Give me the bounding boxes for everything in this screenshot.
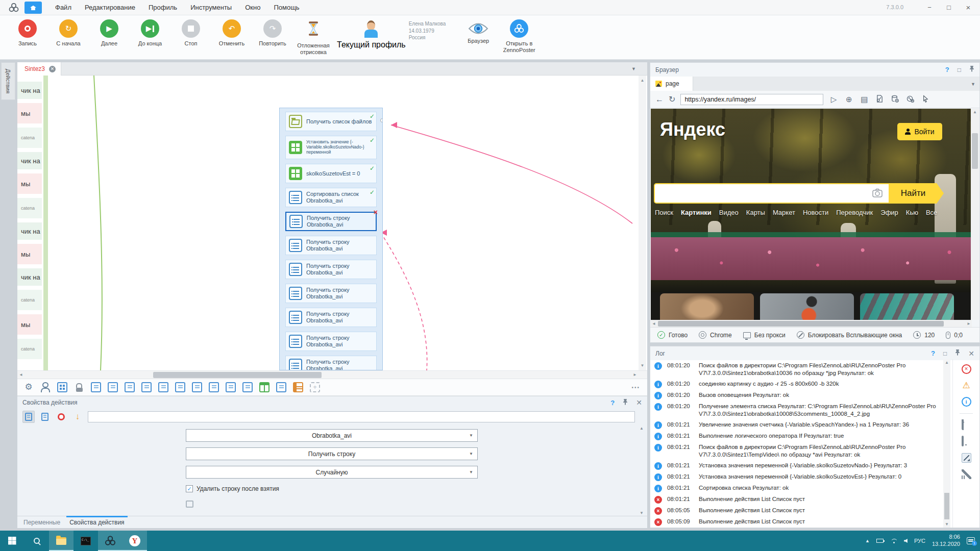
stop-button[interactable]: Стоп [170, 19, 211, 47]
status-popup-blocker[interactable]: Блокировать Всплывающие окна [797, 331, 902, 339]
actions-side-tab[interactable]: Действия [1, 62, 15, 100]
menu-item[interactable]: Помощь [274, 4, 299, 11]
yandex-nav-link[interactable]: Кью [906, 209, 918, 216]
flow-action-block[interactable]: skolkoSuzetovEst = 0 ✓ × [285, 164, 377, 183]
menu-item[interactable]: Редактирование [85, 4, 135, 11]
minimize-button[interactable]: − [922, 0, 937, 15]
list-icon[interactable] [175, 382, 185, 392]
pin-icon[interactable] [955, 349, 960, 357]
table-green-icon[interactable] [259, 382, 270, 392]
zennoposter-taskbar-button[interactable] [98, 531, 122, 551]
maximize-button[interactable]: □ [941, 0, 957, 15]
list-settings-button[interactable] [22, 411, 35, 423]
clipped-action-block[interactable]: мы [17, 314, 42, 335]
list-icon[interactable] [108, 382, 118, 392]
speaker-icon[interactable] [904, 539, 908, 543]
filter-errors-icon[interactable]: × [962, 364, 971, 374]
tab-list-dropdown-icon[interactable]: ▼ [631, 66, 636, 71]
pin-icon[interactable] [623, 399, 628, 407]
record-property-button[interactable] [55, 411, 67, 423]
close-panel-icon[interactable]: ✕ [968, 349, 974, 358]
filter-warnings-icon[interactable]: ⚠ [962, 381, 971, 390]
scrollbar-thumb[interactable] [944, 493, 949, 519]
wifi-icon[interactable] [890, 538, 897, 543]
close-panel-icon[interactable]: ✕ [636, 398, 642, 407]
plus-dashed-icon[interactable] [310, 382, 320, 392]
palette-overflow-button[interactable]: ••• [631, 385, 640, 390]
canvas-horizontal-scrollbar[interactable]: ◄ ► [17, 370, 647, 379]
menu-item[interactable]: Инструменты [190, 4, 232, 11]
operation-select[interactable]: Получить строку▼ [186, 447, 478, 460]
menu-item[interactable]: Профиль [149, 4, 177, 11]
mode-select[interactable]: Случайную▼ [186, 466, 478, 479]
status-proxy[interactable]: Без прокси [743, 332, 786, 339]
yandex-nav-link[interactable]: Поиск [655, 209, 673, 216]
flow-action-block[interactable]: Получить строку Obrabotka_avi ✓ × [285, 236, 377, 255]
start-button[interactable] [0, 531, 24, 551]
scroll-left-icon[interactable]: ◄ [652, 321, 656, 326]
log-entry[interactable]: 08:01:21 Выполнение действия List Список… [650, 494, 942, 505]
cookies-off-icon[interactable] [905, 95, 915, 104]
flow-action-block[interactable]: Получить строку Obrabotka_avi ✓ × [285, 356, 377, 370]
list-icon[interactable] [226, 382, 236, 392]
log-entry[interactable]: 08:01:20 Получение элемента списка Резул… [650, 401, 942, 419]
table-orange-icon[interactable] [293, 382, 303, 392]
clipped-action-block[interactable]: мы [17, 103, 42, 123]
result-thumbnail-bullfinch[interactable] [760, 293, 854, 320]
list-icon[interactable] [125, 382, 135, 392]
yandex-nav-link[interactable]: Видео [719, 209, 739, 216]
clipped-action-block[interactable]: чик на [17, 222, 42, 240]
list-select[interactable]: Obrabotka_avi▼ [186, 429, 478, 442]
restart-button[interactable]: ↻ С начала [48, 19, 89, 47]
flow-action-block[interactable]: Получить строку Obrabotka_avi ✓ × [285, 212, 377, 231]
tab-list-dropdown-icon[interactable]: ▼ [971, 82, 975, 87]
add-tab-icon[interactable]: ⊕ [844, 95, 854, 104]
image-search-camera-icon[interactable] [872, 188, 885, 198]
list-icon[interactable] [158, 382, 168, 392]
flow-action-block[interactable]: Получить строку Obrabotka_avi ✓ × [285, 332, 377, 351]
taskbar-clock[interactable]: 8:06 13.12.2020 [932, 534, 960, 548]
log-entry[interactable]: 08:05:09 Выполнение действия List Список… [650, 516, 942, 527]
person-icon[interactable] [40, 382, 51, 392]
flow-action-block[interactable]: Сортировать список Obrabotka_avi ✓ × [285, 188, 377, 207]
scroll-up-icon[interactable]: ▲ [639, 77, 646, 84]
scroll-down-icon[interactable]: ▼ [943, 522, 950, 527]
cursor-icon[interactable] [920, 95, 930, 104]
undo-button[interactable]: ↶ Отменить [211, 19, 252, 47]
yandex-nav-link[interactable]: Новости [803, 209, 828, 216]
next-button[interactable]: ▶ Далее [89, 19, 130, 47]
property-input[interactable] [88, 411, 635, 422]
scroll-down-icon[interactable]: ▼ [638, 511, 645, 515]
clipped-action-block[interactable]: catena [17, 339, 42, 359]
selected-action-group[interactable]: Получить список файлов ✓ × Установить зн… [279, 108, 383, 370]
clipped-action-block[interactable]: чик на [17, 152, 42, 169]
record-button[interactable]: Запись [7, 19, 48, 47]
file-explorer-button[interactable] [49, 531, 74, 551]
yandex-browser-button[interactable]: Y [122, 531, 147, 551]
result-thumbnail-chameleon[interactable] [860, 293, 954, 320]
flow-action-block[interactable]: Получить строку Obrabotka_avi ✓ × [285, 308, 377, 327]
back-icon[interactable]: ← [655, 95, 664, 104]
list-icon[interactable] [209, 382, 219, 392]
apply-down-button[interactable]: ↓ [71, 411, 84, 423]
login-button[interactable]: Войти [897, 123, 942, 140]
browser-tab[interactable]: page [650, 77, 693, 91]
home-button[interactable] [24, 2, 42, 14]
cache-off-icon[interactable] [890, 95, 900, 104]
page-source-icon[interactable]: ▤ [859, 95, 869, 104]
taskbar-search-button[interactable] [24, 531, 49, 551]
filter-info-icon[interactable]: i [962, 397, 971, 407]
refresh-icon[interactable]: ↻ [669, 94, 675, 104]
cmd-button[interactable]: C:\_ [74, 531, 98, 551]
to-end-button[interactable]: ▶ До конца [130, 19, 170, 47]
scroll-right-icon[interactable]: ► [633, 372, 637, 377]
log-scrollbar[interactable]: ▲ ▼ [943, 359, 950, 528]
log-entry[interactable]: 08:01:21 Выполнение логического оператор… [650, 431, 942, 442]
page-horizontal-scrollbar[interactable]: ◄ ► [651, 320, 972, 328]
scroll-left-icon[interactable]: ◄ [19, 372, 23, 377]
properties-scrollbar[interactable]: ▲ ▼ [638, 425, 645, 516]
log-entry[interactable]: 08:01:21 Установка значения переменной {… [650, 460, 942, 471]
search-input[interactable] [654, 183, 890, 204]
maximize-panel-icon[interactable]: □ [943, 350, 947, 357]
open-in-zennoposter-button[interactable]: Открыть в ZennoPoster [499, 19, 540, 53]
